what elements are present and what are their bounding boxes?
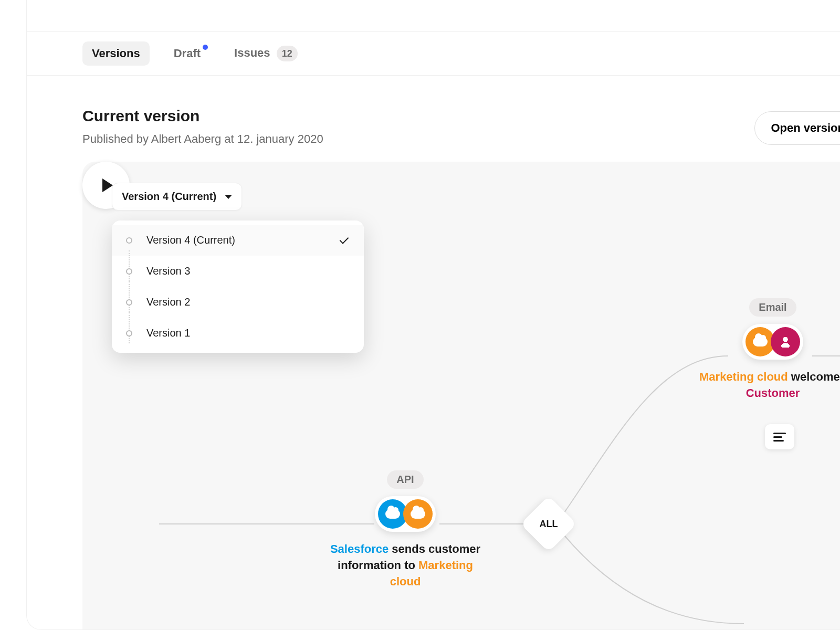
tab-versions[interactable]: Versions <box>82 41 150 66</box>
version-option-label: Version 4 (Current) <box>146 234 340 246</box>
node-badge: API <box>387 470 423 489</box>
unsaved-dot-icon <box>203 45 208 50</box>
email-node[interactable]: Email Marketing cloud welcomes Customer <box>686 298 840 402</box>
tab-issues[interactable]: Issues 12 <box>225 40 301 67</box>
node-avatar-pair <box>742 324 803 360</box>
caption-subject: Salesforce <box>330 542 388 555</box>
decision-label: ALL <box>540 519 558 530</box>
caption-verb: welcomes <box>788 370 840 383</box>
left-rail <box>0 0 26 630</box>
node-badge: Email <box>749 298 796 317</box>
page-header: Current version Published by Albert Aabe… <box>27 76 840 162</box>
node-caption: Salesforce sends customer information to… <box>324 541 487 590</box>
salesforce-icon <box>403 499 433 529</box>
version-option[interactable]: Version 1 <box>112 318 364 349</box>
tab-draft[interactable]: Draft <box>164 41 210 66</box>
version-option-label: Version 1 <box>146 327 350 339</box>
play-icon <box>102 178 113 192</box>
tabs-row: Versions Draft Issues 12 <box>27 32 840 76</box>
main-panel: Versions Draft Issues 12 Current version… <box>26 0 840 630</box>
caret-down-icon <box>225 195 232 199</box>
version-option-label: Version 2 <box>146 296 350 308</box>
note-button[interactable] <box>765 424 794 449</box>
caption-object: Customer <box>746 386 800 400</box>
version-select[interactable]: Version 4 (Current) <box>112 183 242 211</box>
tab-draft-label: Draft <box>174 47 201 60</box>
version-dropdown: Version 4 (Current) Version 3 Version 2 … <box>112 220 364 353</box>
version-select-label: Version 4 (Current) <box>122 191 216 203</box>
timeline-dot-icon <box>126 330 132 337</box>
person-icon <box>771 327 800 356</box>
decision-node[interactable]: ALL <box>520 496 576 552</box>
api-node[interactable]: API Salesforce sends customer informatio… <box>324 470 487 590</box>
timeline-dot-icon <box>126 268 132 275</box>
version-option[interactable]: Version 3 <box>112 256 364 287</box>
issues-count-badge: 12 <box>277 46 298 61</box>
check-icon <box>340 235 350 246</box>
timeline-dot-icon <box>126 237 132 244</box>
version-option[interactable]: Version 2 <box>112 287 364 318</box>
timeline-dot-icon <box>126 299 132 306</box>
open-version-button[interactable]: Open version <box>754 111 840 145</box>
page-title: Current version <box>82 107 323 125</box>
notes-icon <box>773 430 786 444</box>
node-caption: Marketing cloud welcomes Customer <box>686 369 840 402</box>
version-option-label: Version 3 <box>146 265 350 277</box>
node-avatar-pair <box>375 496 436 532</box>
published-by-line: Published by Albert Aaberg at 12. januar… <box>82 132 323 146</box>
version-option[interactable]: Version 4 (Current) <box>112 225 364 256</box>
flow-canvas[interactable]: Version 4 (Current) Version 4 (Current) … <box>82 162 840 630</box>
caption-subject: Marketing cloud <box>699 370 788 383</box>
tab-issues-label: Issues <box>234 46 270 59</box>
